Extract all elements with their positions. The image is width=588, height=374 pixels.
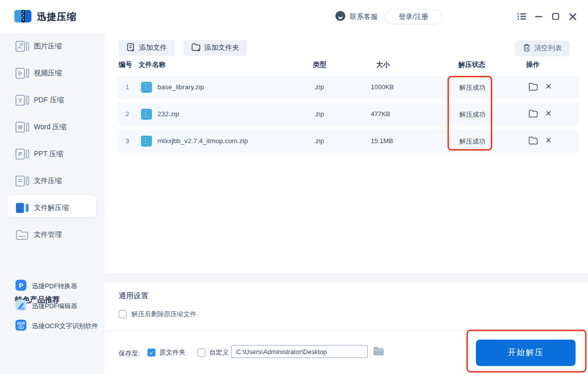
sidebar: 图片压缩 视频压缩 Y PDF 压缩: [0, 33, 105, 374]
pdf-editor-icon: PDF: [15, 299, 27, 313]
login-register-label: 登录/注册: [399, 12, 429, 21]
app-title: 迅捷压缩: [37, 10, 77, 23]
svg-text:Y: Y: [18, 97, 22, 103]
col-header-size: 大小: [376, 60, 390, 69]
sidebar-item-file-decompress[interactable]: 文件解压缩: [0, 194, 105, 221]
contact-support[interactable]: 联系客服: [335, 10, 378, 23]
file-size: 1000KB: [371, 83, 394, 91]
sidebar-item-file-manage[interactable]: 文件管理: [0, 221, 105, 248]
sidebar-item-label: Word 压缩: [34, 123, 66, 132]
file-name: base_library.zip: [157, 83, 204, 91]
sidebar-item-image-compress[interactable]: 图片压缩: [0, 33, 105, 60]
general-settings-heading: 通用设置: [119, 291, 148, 301]
sidebar-item-video-compress[interactable]: 视频压缩: [0, 60, 105, 87]
custom-path-label: 自定义: [209, 348, 229, 357]
original-folder-option[interactable]: ✓ 原文件夹: [147, 348, 185, 357]
file-type: .zip: [314, 83, 324, 91]
contact-support-label: 联系客服: [350, 12, 378, 21]
original-folder-label: 原文件夹: [159, 348, 185, 357]
add-file-button[interactable]: 添加文件: [119, 40, 175, 56]
custom-path-checkbox[interactable]: [197, 349, 205, 357]
product-pdf-editor[interactable]: PDF 迅捷PDF编辑器: [0, 296, 105, 316]
file-manage-icon: [15, 229, 30, 241]
section-divider: [105, 273, 588, 282]
table-row: 1 base_library.zip .zip 1000KB 解压成功 ✕: [118, 76, 579, 99]
remove-file-icon[interactable]: ✕: [545, 109, 552, 118]
remove-file-icon[interactable]: ✕: [545, 136, 552, 145]
product-label: 迅捷PDF转换器: [32, 282, 77, 291]
open-folder-icon[interactable]: [528, 82, 538, 93]
login-register-button[interactable]: 登录/注册: [385, 9, 442, 24]
sidebar-item-word-compress[interactable]: W Word 压缩: [0, 114, 105, 141]
clear-list-label: 清空列表: [534, 44, 562, 53]
sidebar-item-file-compress[interactable]: 文件压缩: [0, 168, 105, 194]
table-row: 3 mtxxjbb_v2.7.4_itmop.com.zip .zip 15.1…: [118, 130, 579, 153]
table-row: 2 232.zip .zip 477KB 解压成功 ✕: [118, 103, 579, 126]
open-folder-icon[interactable]: [528, 109, 538, 120]
file-decompress-icon: [15, 202, 30, 214]
svg-text:P: P: [19, 282, 23, 289]
remove-file-icon[interactable]: ✕: [545, 82, 552, 91]
pdf-converter-icon: P: [15, 279, 27, 293]
svg-text:W: W: [18, 125, 23, 130]
delete-after-label: 解压后删除原压缩文件: [132, 310, 196, 319]
save-path-input[interactable]: [231, 345, 368, 358]
pdf-compress-icon: Y: [15, 94, 30, 106]
svg-text:PDF: PDF: [20, 307, 25, 310]
delete-after-checkbox[interactable]: [119, 310, 127, 318]
col-header-name: 文件名称: [139, 60, 165, 69]
image-compress-icon: [15, 40, 30, 52]
delete-after-checkbox-row[interactable]: 解压后删除原压缩文件: [119, 310, 196, 319]
ocr-icon: OCR: [15, 319, 27, 333]
task-list-icon[interactable]: [516, 11, 527, 22]
sidebar-item-label: 视频压缩: [34, 69, 62, 78]
custom-path-option[interactable]: 自定义: [197, 348, 229, 357]
browse-folder-icon[interactable]: [373, 346, 385, 359]
titlebar: 迅捷压缩 联系客服 登录/注册: [0, 0, 588, 33]
add-file-label: 添加文件: [139, 43, 167, 52]
clear-list-button[interactable]: 清空列表: [515, 40, 570, 56]
save-to-label: 保存至:: [119, 349, 140, 358]
original-folder-checkbox[interactable]: ✓: [147, 349, 155, 357]
sidebar-item-label: 图片压缩: [34, 42, 62, 51]
sidebar-item-pdf-compress[interactable]: Y PDF 压缩: [0, 87, 105, 114]
close-icon[interactable]: [567, 11, 578, 22]
svg-text:OCR: OCR: [17, 322, 25, 325]
file-status: 解压成功: [459, 83, 485, 92]
col-header-op: 操作: [526, 60, 540, 69]
add-folder-icon: [191, 43, 201, 53]
product-pdf-converter[interactable]: P 迅捷PDF转换器: [0, 276, 105, 296]
start-decompress-label: 开始解压: [508, 348, 544, 358]
start-decompress-button[interactable]: 开始解压: [476, 340, 576, 366]
col-header-type: 类型: [313, 60, 326, 69]
ppt-compress-icon: P: [15, 148, 30, 160]
support-avatar-icon: [335, 10, 346, 23]
main-panel: 添加文件 添加文件夹 清空列表 编号 文件名称: [105, 33, 588, 374]
add-folder-label: 添加文件夹: [204, 43, 239, 52]
zip-file-icon: [141, 108, 152, 122]
app-logo-icon: [14, 8, 32, 25]
row-number: 1: [126, 83, 129, 91]
sidebar-item-label: 文件压缩: [34, 177, 62, 186]
maximize-icon[interactable]: [550, 11, 561, 22]
video-compress-icon: [15, 67, 30, 79]
product-label: 迅捷PDF编辑器: [32, 302, 77, 311]
open-folder-icon[interactable]: [528, 136, 538, 147]
add-folder-button[interactable]: 添加文件夹: [183, 40, 247, 56]
file-status: 解压成功: [459, 110, 485, 119]
trash-icon: [523, 43, 531, 53]
app-logo: 迅捷压缩: [14, 8, 77, 25]
minimize-icon[interactable]: [533, 11, 544, 22]
add-file-icon: [127, 43, 136, 53]
product-ocr[interactable]: OCR 迅捷OCR文字识别软件: [0, 316, 105, 336]
sidebar-item-label: PDF 压缩: [34, 96, 64, 105]
row-number: 3: [126, 137, 129, 145]
file-name: mtxxjbb_v2.7.4_itmop.com.zip: [157, 137, 248, 145]
file-name: 232.zip: [157, 110, 179, 118]
file-size: 477KB: [371, 110, 390, 118]
zip-file-icon: [141, 81, 152, 95]
sidebar-item-label: 文件管理: [34, 230, 62, 239]
svg-text:P: P: [18, 151, 22, 157]
sidebar-item-ppt-compress[interactable]: P PPT 压缩: [0, 141, 105, 168]
sidebar-item-label: PPT 压缩: [34, 150, 63, 159]
